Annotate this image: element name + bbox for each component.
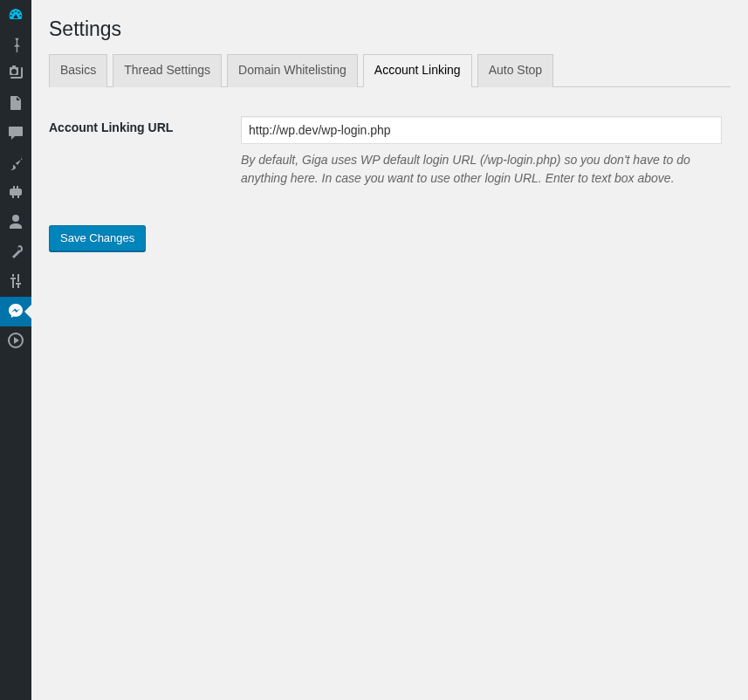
users-icon xyxy=(7,213,24,233)
sidebar-item-appearance[interactable] xyxy=(0,148,31,178)
account-linking-description: By default, Giga uses WP default login U… xyxy=(241,151,722,188)
content-area: Settings Basics Thread Settings Domain W… xyxy=(31,0,748,700)
account-linking-input[interactable] xyxy=(241,116,722,144)
tab-auto-stop[interactable]: Auto Stop xyxy=(477,54,554,87)
brush-icon xyxy=(7,154,24,174)
sidebar-item-settings[interactable] xyxy=(0,267,31,297)
tools-icon xyxy=(7,243,24,263)
messenger-icon xyxy=(7,302,24,322)
submit-wrap: Save Changes xyxy=(49,225,731,251)
sidebar-item-plugins[interactable] xyxy=(0,178,31,208)
save-button[interactable]: Save Changes xyxy=(49,225,146,251)
tab-thread-settings[interactable]: Thread Settings xyxy=(113,54,222,87)
sidebar-item-posts[interactable] xyxy=(0,30,31,59)
settings-icon xyxy=(7,272,24,292)
settings-form: Account Linking URL By default, Giga use… xyxy=(49,103,731,201)
media-icon xyxy=(7,65,24,85)
comments-icon xyxy=(7,124,24,144)
tabs-nav: Basics Thread Settings Domain Whitelisti… xyxy=(49,54,731,87)
sidebar-item-media[interactable] xyxy=(0,59,31,89)
play-icon xyxy=(7,332,24,352)
tab-account-linking[interactable]: Account Linking xyxy=(363,54,472,87)
sidebar-item-dashboard[interactable] xyxy=(0,0,31,30)
page-title: Settings xyxy=(49,9,731,46)
account-linking-field-wrap: By default, Giga uses WP default login U… xyxy=(241,103,731,201)
sidebar-item-tools[interactable] xyxy=(0,237,31,267)
sidebar-item-messenger[interactable] xyxy=(0,297,31,326)
pages-icon xyxy=(7,94,24,114)
account-linking-label: Account Linking URL xyxy=(49,103,241,152)
plugins-icon xyxy=(7,183,24,203)
sidebar-item-play[interactable] xyxy=(0,326,31,356)
form-row-account-linking: Account Linking URL By default, Giga use… xyxy=(49,103,731,201)
admin-sidebar xyxy=(0,0,31,700)
sidebar-item-users[interactable] xyxy=(0,208,31,237)
pin-icon xyxy=(7,35,24,55)
sidebar-item-comments[interactable] xyxy=(0,119,31,148)
tab-basics[interactable]: Basics xyxy=(49,54,107,87)
dashboard-icon xyxy=(7,5,24,25)
sidebar-item-pages[interactable] xyxy=(0,89,31,119)
tab-domain-whitelisting[interactable]: Domain Whitelisting xyxy=(227,54,358,87)
